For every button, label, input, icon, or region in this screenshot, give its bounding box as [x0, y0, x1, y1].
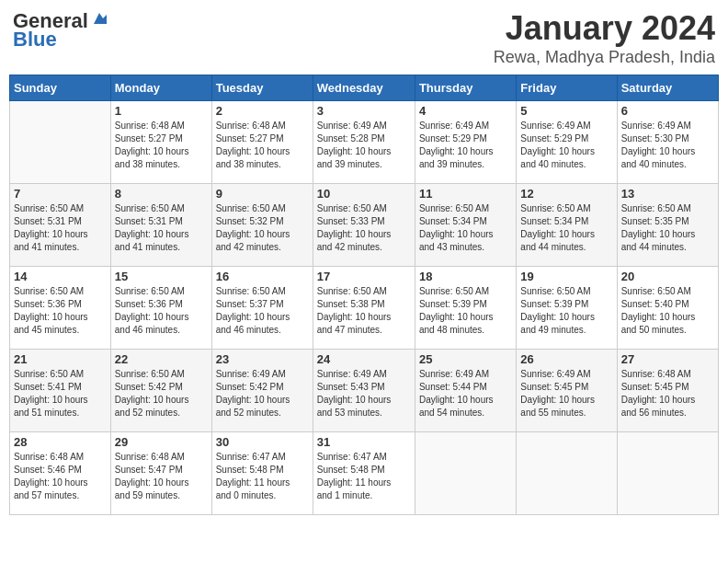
calendar-cell: 13Sunrise: 6:50 AM Sunset: 5:35 PM Dayli…	[617, 184, 718, 267]
day-number: 25	[419, 352, 512, 366]
day-info: Sunrise: 6:50 AM Sunset: 5:33 PM Dayligh…	[317, 202, 411, 254]
day-number: 31	[317, 435, 411, 449]
day-info: Sunrise: 6:48 AM Sunset: 5:45 PM Dayligh…	[621, 368, 714, 419]
day-of-week-header: Sunday	[10, 75, 111, 101]
calendar-week-row: 7Sunrise: 6:50 AM Sunset: 5:31 PM Daylig…	[10, 184, 719, 267]
calendar-cell: 19Sunrise: 6:50 AM Sunset: 5:39 PM Dayli…	[517, 267, 617, 350]
calendar-cell: 29Sunrise: 6:48 AM Sunset: 5:47 PM Dayli…	[110, 432, 211, 515]
day-number: 17	[317, 270, 411, 283]
title-area: January 2024 Rewa, Madhya Pradesh, India	[494, 9, 715, 67]
day-number: 10	[317, 187, 411, 201]
calendar-cell: 22Sunrise: 6:50 AM Sunset: 5:42 PM Dayli…	[110, 350, 211, 432]
day-info: Sunrise: 6:50 AM Sunset: 5:39 PM Dayligh…	[419, 285, 512, 337]
day-info: Sunrise: 6:50 AM Sunset: 5:31 PM Dayligh…	[115, 202, 208, 254]
calendar-cell	[10, 101, 111, 184]
calendar-cell: 1Sunrise: 6:48 AM Sunset: 5:27 PM Daylig…	[110, 101, 211, 184]
day-number: 24	[317, 352, 411, 366]
calendar-cell	[415, 432, 516, 515]
calendar-cell: 4Sunrise: 6:49 AM Sunset: 5:29 PM Daylig…	[415, 101, 516, 184]
day-number: 14	[14, 270, 107, 283]
day-number: 19	[520, 270, 612, 283]
calendar-cell: 7Sunrise: 6:50 AM Sunset: 5:31 PM Daylig…	[10, 184, 111, 267]
day-info: Sunrise: 6:49 AM Sunset: 5:29 PM Dayligh…	[520, 120, 612, 171]
calendar-cell: 5Sunrise: 6:49 AM Sunset: 5:29 PM Daylig…	[517, 101, 617, 184]
day-number: 11	[419, 187, 512, 201]
day-of-week-header: Tuesday	[211, 75, 313, 101]
day-info: Sunrise: 6:50 AM Sunset: 5:40 PM Dayligh…	[621, 285, 714, 337]
day-of-week-header: Saturday	[617, 75, 718, 101]
day-number: 1	[115, 104, 208, 118]
calendar-cell: 20Sunrise: 6:50 AM Sunset: 5:40 PM Dayli…	[617, 267, 718, 350]
day-info: Sunrise: 6:49 AM Sunset: 5:45 PM Dayligh…	[520, 368, 612, 419]
logo-bird-icon	[90, 11, 107, 28]
calendar-cell: 10Sunrise: 6:50 AM Sunset: 5:33 PM Dayli…	[313, 184, 415, 267]
day-info: Sunrise: 6:50 AM Sunset: 5:37 PM Dayligh…	[216, 285, 309, 337]
day-number: 12	[520, 187, 612, 201]
day-info: Sunrise: 6:48 AM Sunset: 5:47 PM Dayligh…	[115, 451, 208, 502]
day-number: 27	[621, 352, 714, 366]
day-number: 28	[14, 435, 107, 449]
day-info: Sunrise: 6:48 AM Sunset: 5:46 PM Dayligh…	[14, 451, 107, 502]
day-info: Sunrise: 6:50 AM Sunset: 5:41 PM Dayligh…	[14, 368, 107, 419]
calendar-cell: 16Sunrise: 6:50 AM Sunset: 5:37 PM Dayli…	[211, 267, 313, 350]
day-info: Sunrise: 6:50 AM Sunset: 5:36 PM Dayligh…	[14, 285, 107, 337]
calendar-cell: 23Sunrise: 6:49 AM Sunset: 5:42 PM Dayli…	[211, 350, 313, 432]
day-info: Sunrise: 6:50 AM Sunset: 5:34 PM Dayligh…	[520, 202, 612, 254]
calendar-cell: 26Sunrise: 6:49 AM Sunset: 5:45 PM Dayli…	[517, 350, 617, 432]
day-of-week-header: Friday	[517, 75, 617, 101]
calendar-cell: 28Sunrise: 6:48 AM Sunset: 5:46 PM Dayli…	[10, 432, 111, 515]
day-number: 20	[621, 270, 714, 283]
calendar-cell: 21Sunrise: 6:50 AM Sunset: 5:41 PM Dayli…	[10, 350, 111, 432]
day-info: Sunrise: 6:47 AM Sunset: 5:48 PM Dayligh…	[317, 451, 411, 502]
calendar-header-row: SundayMondayTuesdayWednesdayThursdayFrid…	[10, 75, 719, 101]
day-info: Sunrise: 6:49 AM Sunset: 5:28 PM Dayligh…	[317, 120, 411, 171]
day-number: 29	[115, 435, 208, 449]
day-number: 3	[317, 104, 411, 118]
day-number: 21	[14, 352, 107, 366]
day-info: Sunrise: 6:50 AM Sunset: 5:35 PM Dayligh…	[621, 202, 714, 254]
header: General Blue January 2024 Rewa, Madhya P…	[9, 9, 719, 67]
day-of-week-header: Wednesday	[313, 75, 415, 101]
day-info: Sunrise: 6:49 AM Sunset: 5:30 PM Dayligh…	[621, 120, 714, 171]
day-info: Sunrise: 6:50 AM Sunset: 5:31 PM Dayligh…	[14, 202, 107, 254]
calendar-cell: 3Sunrise: 6:49 AM Sunset: 5:28 PM Daylig…	[313, 101, 415, 184]
day-info: Sunrise: 6:49 AM Sunset: 5:29 PM Dayligh…	[419, 120, 512, 171]
day-info: Sunrise: 6:49 AM Sunset: 5:44 PM Dayligh…	[419, 368, 512, 419]
day-number: 18	[419, 270, 512, 283]
day-number: 5	[520, 104, 612, 118]
calendar-cell: 11Sunrise: 6:50 AM Sunset: 5:34 PM Dayli…	[415, 184, 516, 267]
calendar-cell: 6Sunrise: 6:49 AM Sunset: 5:30 PM Daylig…	[617, 101, 718, 184]
day-info: Sunrise: 6:50 AM Sunset: 5:32 PM Dayligh…	[216, 202, 309, 254]
calendar-table: SundayMondayTuesdayWednesdayThursdayFrid…	[9, 75, 719, 515]
calendar-week-row: 14Sunrise: 6:50 AM Sunset: 5:36 PM Dayli…	[10, 267, 719, 350]
day-info: Sunrise: 6:50 AM Sunset: 5:42 PM Dayligh…	[115, 368, 208, 419]
calendar-cell: 31Sunrise: 6:47 AM Sunset: 5:48 PM Dayli…	[313, 432, 415, 515]
day-number: 26	[520, 352, 612, 366]
calendar-week-row: 21Sunrise: 6:50 AM Sunset: 5:41 PM Dayli…	[10, 350, 719, 432]
day-number: 13	[621, 187, 714, 201]
calendar-cell: 12Sunrise: 6:50 AM Sunset: 5:34 PM Dayli…	[517, 184, 617, 267]
calendar-cell	[617, 432, 718, 515]
svg-marker-0	[94, 13, 107, 24]
calendar-cell: 15Sunrise: 6:50 AM Sunset: 5:36 PM Dayli…	[110, 267, 211, 350]
day-number: 2	[216, 104, 309, 118]
day-info: Sunrise: 6:49 AM Sunset: 5:43 PM Dayligh…	[317, 368, 411, 419]
day-of-week-header: Monday	[110, 75, 211, 101]
calendar-cell: 24Sunrise: 6:49 AM Sunset: 5:43 PM Dayli…	[313, 350, 415, 432]
calendar-cell: 27Sunrise: 6:48 AM Sunset: 5:45 PM Dayli…	[617, 350, 718, 432]
calendar-cell: 25Sunrise: 6:49 AM Sunset: 5:44 PM Dayli…	[415, 350, 516, 432]
day-info: Sunrise: 6:48 AM Sunset: 5:27 PM Dayligh…	[115, 120, 208, 171]
day-number: 22	[115, 352, 208, 366]
calendar-cell: 2Sunrise: 6:48 AM Sunset: 5:27 PM Daylig…	[211, 101, 313, 184]
day-number: 16	[216, 270, 309, 283]
day-number: 7	[14, 187, 107, 201]
calendar-cell: 9Sunrise: 6:50 AM Sunset: 5:32 PM Daylig…	[211, 184, 313, 267]
day-info: Sunrise: 6:50 AM Sunset: 5:39 PM Dayligh…	[520, 285, 612, 337]
sub-title: Rewa, Madhya Pradesh, India	[494, 48, 715, 67]
day-number: 4	[419, 104, 512, 118]
calendar-cell: 18Sunrise: 6:50 AM Sunset: 5:39 PM Dayli…	[415, 267, 516, 350]
day-number: 30	[216, 435, 309, 449]
day-info: Sunrise: 6:49 AM Sunset: 5:42 PM Dayligh…	[216, 368, 309, 419]
logo-blue-text: Blue	[13, 28, 57, 52]
calendar-cell: 30Sunrise: 6:47 AM Sunset: 5:48 PM Dayli…	[211, 432, 313, 515]
